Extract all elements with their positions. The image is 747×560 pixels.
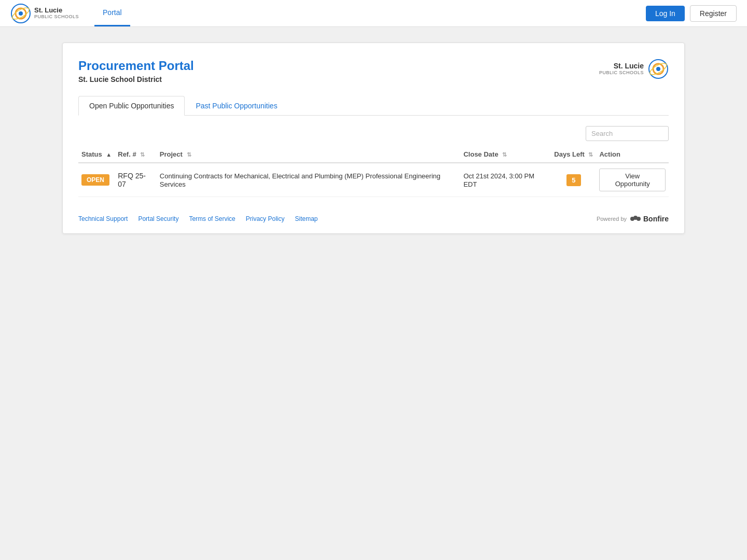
bonfire-label: Bonfire xyxy=(643,215,669,223)
col-header-action: Action xyxy=(596,146,669,163)
bonfire-logo: Bonfire xyxy=(630,215,669,223)
footer-link-sitemap[interactable]: Sitemap xyxy=(295,215,317,222)
footer-link-privacy[interactable]: Privacy Policy xyxy=(246,215,285,222)
portal-logo-text: St. Lucie PUBLIC SCHOOLS xyxy=(599,62,644,75)
tab-open-opportunities[interactable]: Open Public Opportunities xyxy=(78,96,185,116)
svg-point-2 xyxy=(19,11,23,16)
register-button[interactable]: Register xyxy=(690,5,737,22)
nav-actions: Log In Register xyxy=(646,5,737,22)
cell-ref: RFQ 25-07 xyxy=(115,163,157,197)
nav-logo: St. Lucie PUBLIC SCHOOLS xyxy=(10,3,79,24)
ref-number: RFQ 25-07 xyxy=(118,172,146,188)
nav-logo-sub: PUBLIC SCHOOLS xyxy=(34,15,79,20)
portal-subtitle: St. Lucie School District xyxy=(78,75,194,83)
sort-icon-close-date: ⇅ xyxy=(502,151,507,158)
table-header-row: Status ▲ Ref. # ⇅ Project ⇅ Close Date ⇅ xyxy=(78,146,669,163)
search-input[interactable] xyxy=(586,126,669,141)
tabs-bar: Open Public Opportunities Past Public Op… xyxy=(78,96,669,116)
footer-link-technical-support[interactable]: Technical Support xyxy=(78,215,128,222)
nav-logo-text: St. Lucie PUBLIC SCHOOLS xyxy=(34,7,79,19)
cell-status: OPEN xyxy=(78,163,115,197)
powered-by-area: Powered by Bonfire xyxy=(597,215,669,223)
days-left-badge: 5 xyxy=(566,174,580,186)
st-lucie-logo-icon xyxy=(10,3,31,24)
portal-st-lucie-logo-icon xyxy=(648,59,669,79)
login-button[interactable]: Log In xyxy=(646,6,685,21)
sort-icon-days-left: ⇅ xyxy=(588,151,593,158)
portal-logo-area: St. Lucie PUBLIC SCHOOLS xyxy=(599,59,669,79)
opportunities-table: Status ▲ Ref. # ⇅ Project ⇅ Close Date ⇅ xyxy=(78,146,669,197)
table-row: OPEN RFQ 25-07 Continuing Contracts for … xyxy=(78,163,669,197)
tab-past-opportunities[interactable]: Past Public Opportunities xyxy=(185,96,288,116)
main-wrapper: Procurement Portal St. Lucie School Dist… xyxy=(0,27,747,249)
nav-logo-main: St. Lucie xyxy=(34,7,79,14)
col-header-close-date[interactable]: Close Date ⇅ xyxy=(460,146,551,163)
portal-title-area: Procurement Portal St. Lucie School Dist… xyxy=(78,59,194,83)
view-opportunity-button[interactable]: View Opportunity xyxy=(599,169,666,191)
powered-by-text: Powered by xyxy=(597,216,627,222)
footer-links: Technical Support Portal Security Terms … xyxy=(78,215,318,222)
col-header-project[interactable]: Project ⇅ xyxy=(157,146,461,163)
sort-icon-project: ⇅ xyxy=(187,151,191,158)
nav-portal-link[interactable]: Portal xyxy=(94,0,130,26)
footer-link-terms[interactable]: Terms of Service xyxy=(189,215,235,222)
sort-icon-ref: ⇅ xyxy=(140,151,145,158)
col-header-status[interactable]: Status ▲ xyxy=(78,146,115,163)
svg-point-10 xyxy=(637,217,641,221)
portal-header: Procurement Portal St. Lucie School Dist… xyxy=(78,59,669,83)
search-row xyxy=(78,126,669,141)
cell-days-left: 5 xyxy=(551,163,596,197)
nav-links: Portal xyxy=(94,0,130,26)
col-header-days-left[interactable]: Days Left ⇅ xyxy=(551,146,596,163)
portal-logo-main: St. Lucie xyxy=(614,62,644,70)
svg-point-6 xyxy=(656,67,660,71)
cell-action: View Opportunity xyxy=(596,163,669,197)
portal-logo-sub: PUBLIC SCHOOLS xyxy=(599,71,644,76)
footer-link-portal-security[interactable]: Portal Security xyxy=(138,215,178,222)
cell-close-date: Oct 21st 2024, 3:00 PM EDT xyxy=(460,163,551,197)
bonfire-icon xyxy=(630,215,641,223)
portal-card: Procurement Portal St. Lucie School Dist… xyxy=(62,43,685,234)
project-name: Continuing Contracts for Mechanical, Ele… xyxy=(160,172,440,188)
cell-project: Continuing Contracts for Mechanical, Ele… xyxy=(157,163,461,197)
close-date-value: Oct 21st 2024, 3:00 PM EDT xyxy=(463,172,534,188)
sort-icon-status: ▲ xyxy=(106,151,112,158)
portal-title: Procurement Portal xyxy=(78,59,194,73)
portal-footer: Technical Support Portal Security Terms … xyxy=(78,209,669,223)
col-header-ref[interactable]: Ref. # ⇅ xyxy=(115,146,157,163)
top-nav: St. Lucie PUBLIC SCHOOLS Portal Log In R… xyxy=(0,0,747,27)
status-badge: OPEN xyxy=(81,174,109,186)
